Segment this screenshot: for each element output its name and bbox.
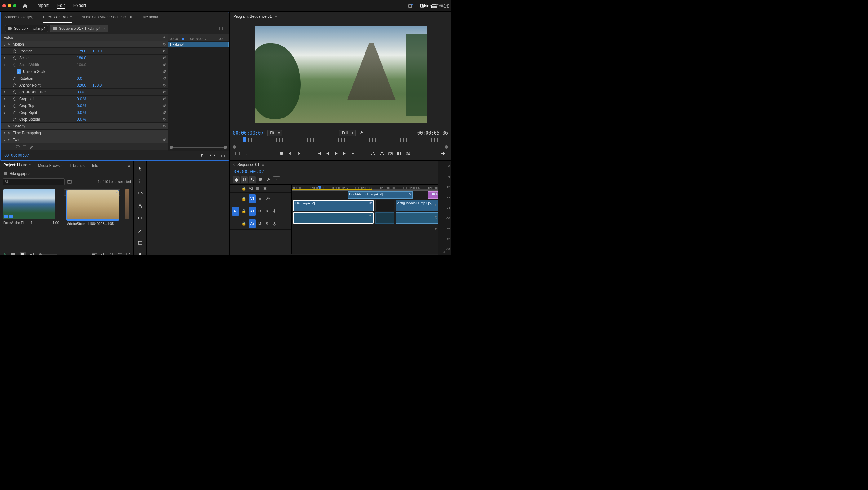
razor-tool-icon[interactable]	[136, 202, 144, 209]
go-in-icon[interactable]	[315, 150, 322, 157]
source-patch-a1[interactable]: A1	[232, 207, 239, 216]
settings-icon[interactable]	[265, 177, 272, 183]
sync-lock-icon[interactable]	[255, 187, 260, 190]
maximize-icon[interactable]	[13, 4, 17, 7]
resolution-select[interactable]: Full	[339, 130, 355, 136]
play-icon[interactable]	[333, 150, 339, 157]
eye-icon[interactable]	[266, 197, 271, 200]
fx-off-icon[interactable]	[405, 150, 411, 157]
ec-timecode[interactable]: 00:00:00:07	[4, 153, 29, 157]
list-view-icon[interactable]	[11, 253, 15, 255]
prop-rotation[interactable]: ›Rotation0.0↺	[1, 75, 168, 82]
search-input[interactable]	[3, 178, 65, 185]
hand-tool-icon[interactable]	[136, 251, 144, 255]
slip-tool-icon[interactable]	[136, 214, 144, 222]
program-title[interactable]: Program: Sequence 01	[234, 14, 272, 19]
project-item[interactable]: DockAtitlanTL.mp41:00	[3, 189, 59, 247]
zoom-handle-right[interactable]	[224, 146, 227, 149]
sync-lock-icon[interactable]	[258, 197, 263, 201]
menu-edit[interactable]: Edit	[57, 3, 65, 9]
stopwatch-icon[interactable]	[12, 56, 17, 60]
ec-timeline-clip[interactable]: TIkal.mp4	[168, 41, 229, 47]
stopwatch-icon[interactable]	[12, 103, 17, 108]
clip-v1-antigua[interactable]: AntiguaArchTL.mp4 [V]fx	[396, 200, 438, 211]
add-button-icon[interactable]	[440, 150, 447, 157]
lock-icon[interactable]: 🔒	[242, 186, 246, 191]
step-fwd-icon[interactable]	[341, 150, 348, 157]
tab-info[interactable]: Info	[92, 163, 98, 168]
ripple-tool-icon[interactable]	[136, 189, 144, 197]
motion-header[interactable]: ⌄fxMotion↺	[1, 41, 168, 48]
tab-audio-mixer[interactable]: Audio Clip Mixer: Sequence 01	[82, 15, 133, 23]
clip-a1-antigua[interactable]: fx	[396, 212, 438, 224]
timeline-ruler[interactable]: :00:00 00:00:00:06 00:00:00:12 00:00:00:…	[292, 185, 438, 191]
add-marker-icon[interactable]	[278, 150, 285, 157]
program-scrollbar[interactable]	[233, 146, 448, 149]
zoom-slider[interactable]	[39, 253, 57, 255]
track-output-icon[interactable]	[435, 192, 437, 194]
track-target-v1[interactable]: V1	[249, 194, 256, 203]
play-only-icon[interactable]	[210, 153, 215, 157]
stopwatch-icon[interactable]	[12, 97, 17, 101]
freeform-view-icon[interactable]	[30, 253, 34, 255]
program-ruler[interactable]	[233, 138, 448, 144]
stopwatch-icon[interactable]	[12, 76, 17, 81]
tab-source[interactable]: Source: (no clips)	[4, 15, 33, 23]
prop-crop-top[interactable]: ›Crop Top0.0 %↺	[1, 102, 168, 109]
prop-crop-right[interactable]: ›Crop Right0.0 %↺	[1, 109, 168, 116]
project-item[interactable]: AdobeStock_116640093...4:05	[64, 189, 120, 196]
icon-view-icon[interactable]	[20, 252, 26, 255]
new-item-icon[interactable]	[126, 253, 130, 255]
timeline-content[interactable]: :00:00 00:00:00:06 00:00:00:12 00:00:00:…	[292, 185, 438, 254]
pen-mask-icon[interactable]	[29, 145, 33, 149]
tab-libraries[interactable]: Libraries	[70, 163, 85, 168]
audio-meters[interactable]: 0-6-12-18-24-30-36-42-48 dB SS	[438, 161, 451, 255]
solo-icon[interactable]: S	[266, 209, 271, 213]
track-target-a2[interactable]: A2	[249, 219, 256, 228]
pen-tool-icon[interactable]	[136, 227, 144, 234]
timeremap-header[interactable]: ›fxTime Remapping	[1, 130, 168, 136]
clip-v1-gap1[interactable]	[375, 200, 394, 211]
prop-scale[interactable]: ›Scale186.0↺	[1, 55, 168, 61]
export-frame-icon[interactable]	[387, 150, 394, 157]
tab-project[interactable]: Project: Hiking ≡	[3, 163, 31, 169]
prop-antiflicker[interactable]: ›Anti-flicker Filter0.00↺	[1, 89, 168, 95]
track-output-icon[interactable]	[435, 228, 437, 231]
stopwatch-icon[interactable]	[12, 117, 17, 122]
write-icon[interactable]: ✎	[3, 252, 6, 255]
ellipse-mask-icon[interactable]	[16, 145, 20, 149]
export-icon[interactable]	[221, 153, 225, 157]
menu-import[interactable]: Import	[36, 3, 49, 9]
lock-icon[interactable]: 🔒	[242, 221, 246, 226]
voice-over-icon[interactable]	[273, 209, 278, 213]
prop-position[interactable]: Position179.0180.0↺	[1, 48, 168, 55]
clip-a1-gap[interactable]	[375, 212, 394, 224]
clip-v1-tikal[interactable]: TIkal.mp4 [V]fx	[293, 200, 374, 211]
stopwatch-icon[interactable]	[12, 90, 17, 94]
source-chip[interactable]: Source • TIkal.mp4	[5, 25, 48, 32]
overflow-icon[interactable]: »	[128, 163, 130, 168]
stopwatch-icon[interactable]	[12, 83, 17, 88]
track-output-icon[interactable]	[435, 204, 437, 206]
rect-mask-icon[interactable]	[22, 145, 27, 149]
step-back-icon[interactable]	[324, 150, 331, 157]
stopwatch-icon[interactable]	[12, 111, 17, 115]
mark-out-icon[interactable]	[296, 150, 302, 157]
extract-icon[interactable]	[378, 150, 385, 157]
tab-effect-controls[interactable]: Effect Controls ≡	[43, 15, 72, 23]
checkbox-icon[interactable]: ✓	[17, 69, 21, 74]
project-item-partial[interactable]	[125, 189, 129, 219]
compare-icon[interactable]	[396, 150, 403, 157]
mark-in-icon[interactable]	[287, 150, 293, 157]
track-target-a1[interactable]: A1	[249, 207, 256, 216]
sequence-tab[interactable]: Sequence 01	[238, 162, 259, 167]
voice-over-icon[interactable]	[273, 221, 278, 226]
settings-wrench-icon[interactable]	[359, 131, 364, 135]
new-bin-icon[interactable]	[67, 180, 72, 184]
quick-export-icon[interactable]	[408, 3, 413, 8]
program-timecode-in[interactable]: 00:00:00:07	[233, 130, 264, 136]
zoom-handle-left[interactable]	[170, 146, 173, 149]
toggle-timeline-icon[interactable]	[219, 27, 224, 30]
tab-media-browser[interactable]: Media Browser	[38, 163, 63, 168]
filter-icon[interactable]	[199, 153, 204, 157]
